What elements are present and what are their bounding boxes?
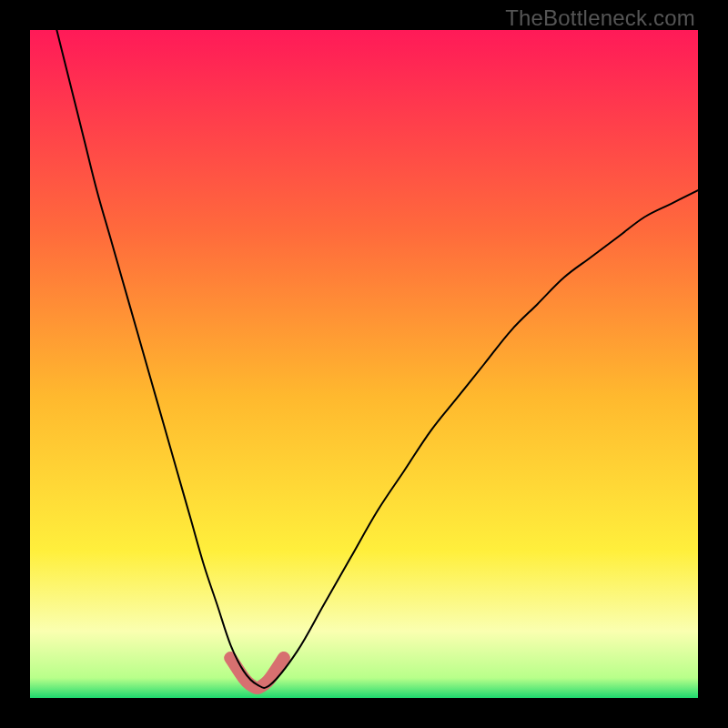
- plot-area: [30, 30, 698, 698]
- gradient-background: [30, 30, 698, 698]
- watermark-text: TheBottleneck.com: [505, 5, 695, 31]
- chart-frame: TheBottleneck.com: [0, 0, 728, 728]
- bottleneck-chart: [30, 30, 698, 698]
